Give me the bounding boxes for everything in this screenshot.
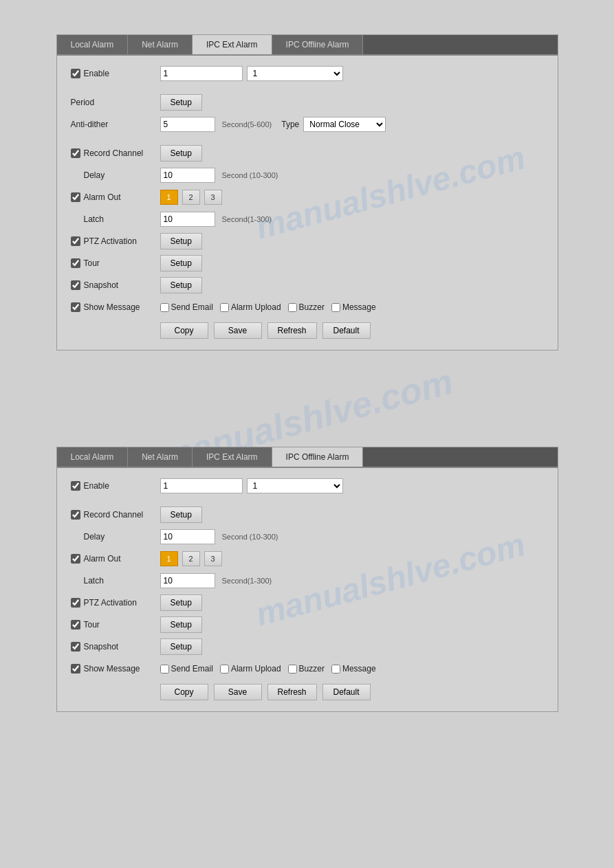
p2-delay-row: Delay Second (10-300) [71,528,544,545]
p2-tour-checkbox[interactable] [71,620,80,630]
send-email-label[interactable]: Send Email [160,302,213,312]
alarm-upload-label[interactable]: Alarm Upload [220,302,281,312]
p2-copy-button[interactable]: Copy [160,684,208,700]
p2-ptz-activation-row: PTZ Activation Setup [71,594,544,611]
record-channel-text: Record Channel [84,148,144,158]
enable-checkbox[interactable] [71,69,80,78]
default-button[interactable]: Default [322,322,371,339]
p2-alarm-out-checkbox[interactable] [71,554,80,564]
p2-alarm-upload-checkbox[interactable] [220,665,229,674]
p2-show-message-checkbox[interactable] [71,664,80,674]
p2-buzzer-checkbox[interactable] [288,665,297,674]
alarm-out-btn-1[interactable]: 1 [160,190,178,205]
record-channel-controls: Setup [160,145,202,162]
p2-tour-controls: Setup [160,616,202,633]
tab2-ipc-ext-alarm[interactable]: IPC Ext Alarm [193,447,272,467]
alarm-out-row: Alarm Out 1 2 3 [71,189,544,205]
p2-save-button[interactable]: Save [214,684,262,700]
p2-ptz-activation-setup-button[interactable]: Setup [160,594,202,611]
record-channel-row: Record Channel Setup [71,145,544,162]
p2-ptz-activation-text: PTZ Activation [84,598,137,608]
tab2-net-alarm[interactable]: Net Alarm [128,447,193,467]
p2-alarm-out-btn-3[interactable]: 3 [204,551,222,566]
p2-delay-input[interactable] [160,529,215,544]
ptz-activation-setup-button[interactable]: Setup [160,233,202,249]
p2-record-channel-setup-button[interactable]: Setup [160,507,202,523]
latch-input[interactable] [160,212,215,227]
p2-send-email-checkbox[interactable] [160,665,169,674]
tab2-local-alarm[interactable]: Local Alarm [57,447,129,467]
record-channel-label: Record Channel [71,148,160,158]
snapshot-checkbox[interactable] [71,280,80,290]
alarm-out-btn-3[interactable]: 3 [204,190,222,205]
p2-buzzer-label[interactable]: Buzzer [288,664,325,674]
p2-buzzer-text: Buzzer [299,664,325,674]
p2-bottom-buttons: Copy Save Refresh Default [160,684,544,700]
ptz-activation-controls: Setup [160,233,202,249]
tab-net-alarm[interactable]: Net Alarm [128,35,193,54]
p2-refresh-button[interactable]: Refresh [267,684,317,700]
tab-ipc-offline-alarm[interactable]: IPC Offline Alarm [272,35,364,54]
p2-alarm-upload-label[interactable]: Alarm Upload [220,664,281,674]
tour-setup-button[interactable]: Setup [160,255,202,271]
p2-enable-checkbox[interactable] [71,481,80,491]
p2-ptz-activation-checkbox[interactable] [71,598,80,608]
p2-tour-setup-button[interactable]: Setup [160,616,202,633]
message-label[interactable]: Message [331,302,376,312]
period-setup-button[interactable]: Setup [160,94,202,111]
delay-row: Delay Second (10-300) [71,167,544,183]
buzzer-checkbox[interactable] [288,303,297,312]
enable-input[interactable] [160,66,243,81]
p2-alarm-out-text: Alarm Out [84,554,121,564]
panel2-content: Enable 1 Record Channel Setup [57,468,558,711]
between-watermark-area: manualshlve.com [28,392,586,447]
p2-message-checkbox[interactable] [331,665,340,674]
send-email-checkbox[interactable] [160,303,169,312]
enable-dropdown[interactable]: 1 [247,66,343,81]
tab-ipc-ext-alarm[interactable]: IPC Ext Alarm [193,35,272,54]
alarm-out-checkbox[interactable] [71,192,80,202]
record-channel-checkbox[interactable] [71,148,80,158]
p2-snapshot-setup-button[interactable]: Setup [160,638,202,655]
p2-show-message-row: Show Message Send Email Alarm Upload Buz… [71,660,544,677]
p2-snapshot-checkbox[interactable] [71,642,80,652]
tab2-ipc-offline-alarm[interactable]: IPC Offline Alarm [272,447,364,467]
tabs-bar2: Local Alarm Net Alarm IPC Ext Alarm IPC … [57,447,558,468]
alarm-out-btn-2[interactable]: 2 [182,190,200,205]
p2-latch-label: Latch [71,576,160,586]
p2-default-button[interactable]: Default [322,684,371,700]
buzzer-label[interactable]: Buzzer [288,302,325,312]
type-dropdown[interactable]: Normal Close Normal Open [303,117,386,132]
p2-alarm-out-btn-1[interactable]: 1 [160,551,178,566]
p2-record-channel-row: Record Channel Setup [71,507,544,523]
tab-local-alarm[interactable]: Local Alarm [57,35,129,54]
show-message-label: Show Message [71,302,160,312]
p2-record-channel-checkbox[interactable] [71,510,80,520]
p2-enable-dropdown[interactable]: 1 [247,478,343,493]
alarm-out-label: Alarm Out [71,192,160,202]
enable-text: Enable [84,69,109,78]
delay-input[interactable] [160,168,215,183]
alarm-upload-checkbox[interactable] [220,303,229,312]
copy-button[interactable]: Copy [160,322,208,339]
snapshot-setup-button[interactable]: Setup [160,277,202,293]
p2-show-message-controls: Send Email Alarm Upload Buzzer Message [160,664,376,674]
p2-alarm-out-label: Alarm Out [71,554,160,564]
p2-send-email-label[interactable]: Send Email [160,664,213,674]
ptz-activation-checkbox[interactable] [71,236,80,246]
message-checkbox[interactable] [331,303,340,312]
p2-latch-input[interactable] [160,573,215,588]
p2-delay-label: Delay [71,532,160,542]
p2-enable-input[interactable] [160,478,243,493]
tour-controls: Setup [160,255,202,271]
alarm-upload-text: Alarm Upload [231,302,281,312]
refresh-button[interactable]: Refresh [267,322,317,339]
save-button[interactable]: Save [214,322,262,339]
alarm-out-controls: 1 2 3 [160,190,222,205]
tour-checkbox[interactable] [71,258,80,268]
record-channel-setup-button[interactable]: Setup [160,145,202,162]
p2-alarm-out-btn-2[interactable]: 2 [182,551,200,566]
p2-message-label[interactable]: Message [331,664,376,674]
show-message-checkbox[interactable] [71,302,80,312]
anti-dither-input[interactable] [160,117,215,132]
